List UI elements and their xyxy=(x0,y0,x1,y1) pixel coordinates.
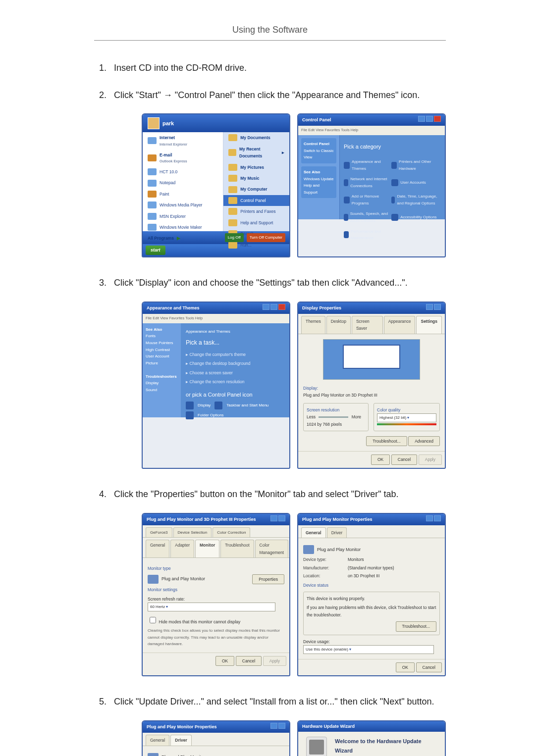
status-troubleshoot-button[interactable]: Troubleshoot... xyxy=(396,621,436,631)
tab-general[interactable]: General xyxy=(301,527,326,538)
sm-msn[interactable]: MSN Explorer xyxy=(143,211,223,222)
cp-side-block1[interactable]: Control Panel Switch to Classic View xyxy=(301,138,336,163)
tab-geforce[interactable]: GeForce3 xyxy=(146,527,172,538)
tab-troubleshoot[interactable]: Troubleshoot xyxy=(220,540,254,557)
cancel-button[interactable]: Cancel xyxy=(416,662,442,672)
apply-button[interactable]: Apply xyxy=(419,454,442,464)
cat-network[interactable]: Network and Internet Connections xyxy=(344,176,390,189)
appearance-icon xyxy=(344,162,350,169)
window-buttons[interactable] xyxy=(425,304,441,312)
cancel-button[interactable]: Cancel xyxy=(391,454,417,464)
sm-allprograms[interactable]: All Programs ▶ xyxy=(143,233,223,244)
tab-general[interactable]: General xyxy=(146,735,169,745)
color-dropdown[interactable]: Highest (32 bit) xyxy=(377,413,436,422)
at-icon-display[interactable]: Display xyxy=(198,402,211,409)
window-buttons[interactable] xyxy=(269,723,285,731)
hide-modes-checkbox[interactable] xyxy=(150,617,156,623)
sm-mycomputer[interactable]: My Computer xyxy=(223,184,289,195)
sm-hct[interactable]: HCT 10.0 xyxy=(143,166,223,177)
tab-appearance[interactable]: Appearance xyxy=(384,316,416,334)
cancel-button[interactable]: Cancel xyxy=(236,656,262,666)
usage-dropdown[interactable]: Use this device (enable) xyxy=(303,645,434,654)
advanced-button[interactable]: Advanced xyxy=(408,436,440,446)
tab-settings[interactable]: Settings xyxy=(416,316,442,334)
run-icon xyxy=(228,242,237,249)
troubleshoot-button[interactable]: Troubleshoot... xyxy=(366,436,407,446)
step-5-text: Click "Update Driver..." and select "Ins… xyxy=(114,697,434,706)
tab-devsel[interactable]: Device Selection xyxy=(173,527,212,538)
sm-help[interactable]: Help and Support xyxy=(223,217,289,228)
sm-paint[interactable]: Paint xyxy=(143,189,223,200)
at-task-2[interactable]: ▸ Choose a screen saver xyxy=(186,369,284,376)
taskbar-icon[interactable] xyxy=(214,402,222,409)
tab-desktop[interactable]: Desktop xyxy=(326,316,351,334)
turnoff-button[interactable]: Turn Off Computer xyxy=(247,233,285,242)
cat-addremove[interactable]: Add or Remove Programs xyxy=(344,193,390,206)
speaker-icon xyxy=(344,214,348,221)
display-icon[interactable] xyxy=(186,402,194,409)
cat-appearance[interactable]: Appearance and Themes xyxy=(344,158,390,172)
sm-pictures[interactable]: My Pictures xyxy=(223,162,289,173)
at-task-1[interactable]: ▸ Change the desktop background xyxy=(186,360,284,367)
tab-driver[interactable]: Driver xyxy=(170,735,192,745)
logoff-button[interactable]: Log Off xyxy=(225,233,244,242)
cat-datetime[interactable]: Date, Time, Language, and Regional Optio… xyxy=(391,193,438,206)
ok-button[interactable]: OK xyxy=(396,662,415,672)
at-icon-taskbar[interactable]: Taskbar and Start Menu xyxy=(226,402,268,409)
sm-email[interactable]: E-mailOutlook Express xyxy=(143,150,223,166)
cat-performance[interactable]: Performance and Maintenance xyxy=(344,228,390,242)
sm-music[interactable]: My Music xyxy=(223,173,289,184)
dp-resolution-group[interactable]: Screen resolution Less More 1024 by 768 … xyxy=(303,403,369,431)
tab-themes[interactable]: Themes xyxy=(301,316,325,334)
cp-main: Pick a category Appearance and Themes Pr… xyxy=(340,135,445,219)
cat-users[interactable]: User Accounts xyxy=(391,179,438,186)
tab-driver[interactable]: Driver xyxy=(327,527,347,538)
tab-monitor[interactable]: Monitor xyxy=(195,540,219,557)
sm-recent[interactable]: My Recent Documents ▸ xyxy=(223,144,289,162)
folderopts-icon[interactable] xyxy=(186,411,194,419)
refresh-dropdown[interactable]: 60 Hertz xyxy=(148,603,275,611)
window-buttons[interactable] xyxy=(262,304,285,312)
refresh-label: Screen refresh rate: xyxy=(148,596,284,603)
dp-tabs[interactable]: Themes Desktop Screen Saver Appearance S… xyxy=(298,314,445,334)
cat-sounds[interactable]: Sounds, Speech, and Audio Devices xyxy=(344,210,390,224)
sm-printers[interactable]: Printers and Faxes xyxy=(223,206,289,217)
at-task-0[interactable]: ▸ Change the computer's theme xyxy=(186,351,284,358)
folder-icon xyxy=(228,175,237,182)
pp-name: Plug and Play Monitor xyxy=(317,546,361,554)
wmp-icon xyxy=(148,202,157,208)
window-buttons[interactable] xyxy=(425,515,441,524)
properties-button[interactable]: Properties xyxy=(252,574,284,584)
tab-colormgmt[interactable]: Color Management xyxy=(255,540,289,557)
at-task-3[interactable]: ▸ Change the screen resolution xyxy=(186,378,284,385)
appearance-themes-window: Appearance and Themes File Edit View Fav… xyxy=(142,302,290,469)
sm-wmp[interactable]: Windows Media Player xyxy=(143,200,223,210)
ok-button[interactable]: OK xyxy=(215,656,234,666)
window-buttons[interactable] xyxy=(417,116,441,124)
tab-screensaver[interactable]: Screen Saver xyxy=(352,316,383,334)
sm-notepad[interactable]: Notepad xyxy=(143,177,223,188)
controlpanel-icon xyxy=(228,197,237,204)
start-button[interactable]: start xyxy=(146,246,165,255)
sm-internet[interactable]: InternetInternet Explorer xyxy=(143,132,223,149)
computer-icon xyxy=(228,186,237,193)
apply-button[interactable]: Apply xyxy=(263,656,286,666)
tab-colorcorr[interactable]: Color Correction xyxy=(213,527,250,538)
window-buttons[interactable] xyxy=(269,515,285,524)
cat-accessibility[interactable]: Accessibility Options xyxy=(391,214,438,221)
sm-mydocs[interactable]: My Documents xyxy=(223,132,289,143)
monitor-icon xyxy=(148,753,159,756)
tab-adapter[interactable]: Adapter xyxy=(170,540,194,557)
sm-controlpanel[interactable]: Control Panel xyxy=(223,195,289,206)
step-3: Click "Display" icon and choose the "Set… xyxy=(109,275,446,469)
cp-side-block2[interactable]: See Also Windows Update Help and Support xyxy=(301,166,336,198)
start-menu-header: park xyxy=(143,114,289,132)
start-menu-user: park xyxy=(162,119,174,128)
cat-printers[interactable]: Printers and Other Hardware xyxy=(391,158,438,172)
pd-name: Plug and Play Monitor xyxy=(161,754,205,756)
at-icon-folderopts[interactable]: Folder Options xyxy=(198,412,223,419)
sm-moviemaker[interactable]: Windows Movie Maker xyxy=(143,222,223,233)
ok-button[interactable]: OK xyxy=(371,454,390,464)
dp-color-group[interactable]: Color quality Highest (32 bit) xyxy=(374,403,440,431)
tab-general[interactable]: General xyxy=(146,540,169,557)
